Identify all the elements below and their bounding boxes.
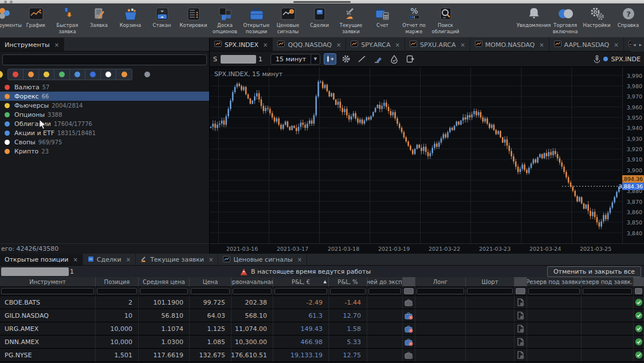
close-icon[interactable]: × [336, 42, 341, 48]
column-header-Резерв под заявки[interactable]: Резерв под заявки [527, 277, 582, 287]
color-filter-dot[interactable] [70, 69, 85, 80]
column-header-P&L, €[interactable]: P&L, €▲ [273, 277, 329, 287]
filter-cell[interactable] [415, 287, 466, 296]
timeframe-select[interactable]: 15 минут ▼ [270, 54, 320, 65]
toolbar-item-price-signals[interactable]: !Ценовые сигналы [272, 3, 304, 35]
bottom-tab-Ценовые сигналы[interactable]: Ценовые сигналы× [218, 254, 307, 266]
sidebar-item-Акции и ETF[interactable]: Акции и ETF18315/18481 [0, 128, 209, 137]
column-header-Шорт[interactable]: Шорт [466, 277, 515, 287]
filter-cell[interactable] [515, 287, 527, 296]
cancel-orders-icon[interactable] [515, 309, 527, 322]
table-row[interactable]: URG.AMEX10,0001.10741.12511,074.00149.43… [0, 322, 644, 336]
sidebar-item-Фьючерсы[interactable]: Фьючерсы2004/2814 [0, 101, 209, 110]
bottom-tab-Сделки[interactable]: Сделки× [83, 254, 136, 266]
close-position-icon[interactable] [403, 322, 415, 336]
toolbar-item-basket[interactable]: Корзина [115, 3, 146, 35]
chart-tab-MOMO.NASDAQ[interactable]: MOMO.NASDAQ× [470, 38, 549, 52]
color-filter-dot-clipped[interactable] [0, 71, 4, 78]
table-row[interactable]: DNN.AMEX10,0001.03001.08510,300.00466.98… [0, 336, 644, 349]
masked-account-box[interactable] [1, 267, 69, 276]
chart-settings-gear-icon[interactable] [340, 53, 352, 65]
chart-tab-SPX.INDEX[interactable]: SPX.INDEX× [210, 38, 273, 52]
close-icon[interactable]: × [54, 42, 59, 48]
table-row[interactable]: GILD.NASDAQ1056.81064.03568.1061.312.70 [0, 309, 644, 322]
cancel-and-close-all-button[interactable]: Отменить и закрыть все [547, 266, 641, 277]
chart-tab-QQQ.NASDAQ[interactable]: QQQ.NASDAQ× [273, 38, 346, 52]
chart-type-button[interactable] [324, 53, 336, 65]
color-filter-dot[interactable] [8, 69, 23, 80]
cancel-orders-icon[interactable] [515, 336, 527, 349]
close-icon[interactable]: × [539, 42, 544, 48]
filter-cell[interactable] [582, 287, 634, 296]
filter-cell[interactable] [466, 287, 515, 296]
column-header-P&L, %[interactable]: P&L, % [329, 277, 367, 287]
candlestick-chart[interactable]: SPX.INDEX, 15 минут [210, 67, 622, 243]
toolbar-item-quick-order[interactable]: Быстрая заявка [52, 3, 83, 35]
toolbar-item-dom[interactable]: Стакан [146, 3, 178, 35]
column-header-Резерв под заявк...[interactable]: Резерв под заявк... [582, 277, 634, 287]
filter-cell[interactable] [634, 287, 644, 296]
chart-tab-SPY.ARCA[interactable]: SPY.ARCA× [346, 38, 405, 52]
detach-panel-icon[interactable] [404, 53, 417, 65]
toolbar-item-margin-report[interactable]: %Отчет по марже [398, 3, 430, 35]
color-filter-dot[interactable] [54, 69, 70, 80]
close-icon[interactable]: × [263, 42, 268, 48]
filter-cell[interactable] [96, 287, 139, 296]
scroll-right-icon[interactable]: ▸ [639, 42, 642, 48]
filter-cell[interactable] [527, 287, 582, 296]
filter-cell[interactable] [139, 287, 190, 296]
sort-asc-icon[interactable]: ▲ [324, 279, 327, 284]
column-header-Средняя цена[interactable]: Средняя цена [139, 277, 190, 287]
toolbar-item-current-orders[interactable]: Текущие заявки [335, 3, 367, 35]
sidebar-item-Форекс[interactable]: Форекс66 [0, 92, 209, 101]
filter-cell[interactable] [367, 287, 403, 296]
toolbar-item-instruments[interactable]: Инструменты [0, 3, 20, 35]
toolbar-item-quotes[interactable]: Котировки [178, 3, 209, 35]
color-filter-dot[interactable] [101, 69, 116, 80]
toolbar-item-gears[interactable]: Настройки [581, 3, 612, 35]
table-row[interactable]: CBOE.BATS2101.190099.725202.38-2.49-1.44 [0, 296, 644, 309]
date-axis[interactable]: 2021-03-162021-03-172021-03-182021-03-19… [210, 243, 644, 254]
column-header-cancel_icon[interactable] [515, 277, 527, 287]
color-filter-dot[interactable] [39, 69, 54, 80]
close-icon[interactable]: × [614, 42, 618, 48]
masked-symbol-box[interactable] [221, 55, 256, 64]
filter-cell[interactable] [190, 287, 231, 296]
toolbar-item-bond-search[interactable]: Поиск облигаций [430, 3, 461, 35]
cancel-orders-icon[interactable] [515, 296, 527, 309]
color-filter-dot[interactable] [23, 69, 39, 80]
column-header-close_icon[interactable] [403, 277, 415, 287]
eraser-icon[interactable] [372, 53, 384, 65]
filter-cell[interactable] [329, 287, 367, 296]
price-axis[interactable]: 3,9903,9803,9703,9603,9503,9403,9303,920… [622, 67, 644, 243]
column-header-status_icon[interactable] [634, 277, 644, 287]
cancel-orders-icon[interactable] [515, 349, 527, 362]
sidebar-item-Крипто[interactable]: Крипто23 [0, 147, 209, 156]
bottom-tab-Текущие заявки[interactable]: Текущие заявки× [136, 254, 218, 266]
chevron-down-icon[interactable]: ▼ [311, 54, 320, 64]
cancel-orders-icon[interactable] [515, 322, 527, 336]
toolbar-item-trading-toggle[interactable]: Торговля включена [549, 3, 581, 35]
toolbar-item-chart[interactable]: График [20, 3, 52, 35]
column-header-Инструмент[interactable]: Инструмент [0, 277, 96, 287]
sidebar-item-Опционы[interactable]: Опционы3388 [0, 110, 209, 119]
close-position-icon[interactable] [403, 309, 415, 322]
filter-cell[interactable] [403, 287, 415, 296]
toolbar-item-help[interactable]: ?Справка [612, 3, 644, 35]
anchor-icon[interactable] [594, 55, 600, 63]
close-icon[interactable]: × [460, 42, 465, 48]
scroll-left-icon[interactable]: ◂ [633, 42, 636, 48]
color-filter-dot[interactable] [85, 69, 101, 80]
close-icon[interactable]: × [395, 42, 400, 48]
close-icon[interactable]: × [73, 257, 77, 263]
close-position-icon[interactable] [403, 349, 415, 362]
close-icon[interactable]: × [126, 257, 131, 263]
column-header-Цена[interactable]: Цена [190, 277, 231, 287]
close-icon[interactable]: × [209, 257, 213, 263]
toolbar-item-account[interactable]: Счет [367, 3, 398, 35]
filter-cell[interactable] [0, 287, 96, 296]
sidebar-item-Облигации[interactable]: Облигации17604/17776 [0, 119, 209, 128]
chart-tab-SPXU.ARCA[interactable]: SPXU.ARCA× [405, 38, 470, 52]
sidebar-item-Валюта[interactable]: Валюта57 [0, 82, 209, 92]
toolbar-item-open-positions[interactable]: Открытые позиции [241, 3, 272, 35]
